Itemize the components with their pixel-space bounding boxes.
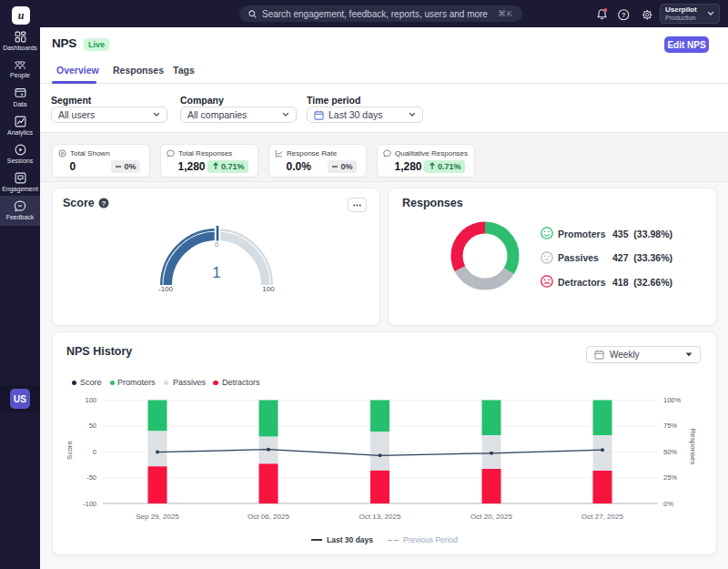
svg-text:?: ? <box>102 199 106 208</box>
svg-text:?: ? <box>622 11 625 17</box>
